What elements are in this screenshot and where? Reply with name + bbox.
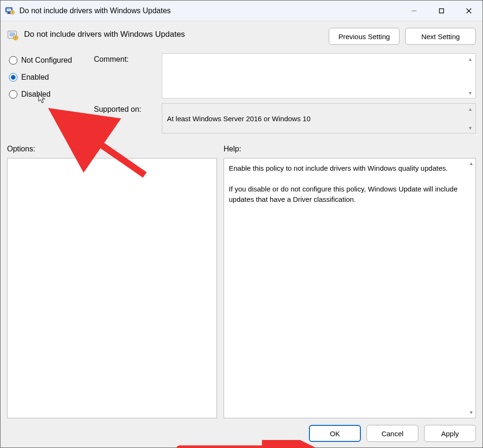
help-content: Enable this policy to not include driver… bbox=[224, 158, 475, 219]
policy-icon bbox=[5, 6, 15, 16]
radio-indicator bbox=[9, 73, 17, 82]
cancel-button[interactable]: Cancel bbox=[366, 425, 418, 442]
svg-point-16 bbox=[176, 446, 183, 448]
radio-disabled[interactable]: Disabled bbox=[9, 90, 92, 99]
help-scrollbar[interactable]: ▲ ▼ bbox=[467, 158, 475, 418]
policy-header-row: Do not include drivers with Windows Upda… bbox=[7, 28, 476, 45]
setting-nav: Previous Setting Next Setting bbox=[329, 28, 476, 45]
titlebar: Do not include drivers with Windows Upda… bbox=[0, 0, 483, 21]
scroll-up-icon[interactable]: ▲ bbox=[468, 160, 475, 167]
options-help-labels: Options: Help: bbox=[7, 145, 476, 153]
previous-setting-button[interactable]: Previous Setting bbox=[329, 28, 400, 45]
scroll-down-icon: ▼ bbox=[467, 124, 474, 131]
options-pane bbox=[7, 158, 217, 418]
minimize-button[interactable] bbox=[400, 0, 428, 21]
help-pane: Enable this policy to not include driver… bbox=[224, 158, 476, 418]
group-policy-editor-window: Do not include drivers with Windows Upda… bbox=[0, 0, 483, 448]
close-button[interactable] bbox=[455, 0, 483, 21]
radio-enabled[interactable]: Enabled bbox=[9, 73, 92, 82]
config-grid: Not Configured Enabled Disabled Comment:… bbox=[7, 53, 476, 133]
svg-rect-1 bbox=[7, 8, 11, 11]
radio-indicator bbox=[9, 90, 17, 99]
radio-not-configured[interactable]: Not Configured bbox=[9, 56, 92, 65]
supported-on-textbox: At least Windows Server 2016 or Windows … bbox=[162, 103, 476, 133]
supported-on-value: At least Windows Server 2016 or Windows … bbox=[167, 115, 310, 123]
scroll-down-icon[interactable]: ▼ bbox=[467, 90, 474, 96]
help-label: Help: bbox=[224, 145, 476, 153]
options-label: Options: bbox=[7, 145, 217, 153]
comment-label: Comment: bbox=[94, 53, 160, 64]
radio-label: Disabled bbox=[21, 90, 50, 99]
next-setting-button[interactable]: Next Setting bbox=[405, 28, 476, 45]
svg-rect-3 bbox=[7, 13, 11, 14]
svg-rect-2 bbox=[8, 12, 10, 13]
radio-label: Not Configured bbox=[21, 56, 72, 65]
radio-indicator bbox=[9, 56, 17, 65]
svg-rect-6 bbox=[440, 8, 444, 13]
supported-on-label: Supported on: bbox=[94, 103, 160, 114]
ok-button[interactable]: OK bbox=[309, 425, 361, 442]
maximize-button[interactable] bbox=[428, 0, 455, 21]
scroll-up-icon: ▲ bbox=[467, 106, 474, 112]
window-controls bbox=[400, 0, 483, 21]
apply-button[interactable]: Apply bbox=[424, 425, 476, 442]
window-title: Do not include drivers with Windows Upda… bbox=[19, 7, 400, 15]
options-content bbox=[8, 158, 217, 168]
comment-textbox[interactable]: ▲ ▼ bbox=[162, 53, 476, 99]
policy-setting-icon bbox=[7, 30, 18, 41]
dialog-client-area: Do not include drivers with Windows Upda… bbox=[0, 21, 483, 448]
dialog-footer: OK Cancel Apply bbox=[7, 418, 476, 442]
help-paragraph: Enable this policy to not include driver… bbox=[229, 163, 463, 174]
radio-label: Enabled bbox=[21, 73, 49, 82]
options-help-panes: Enable this policy to not include driver… bbox=[7, 158, 476, 418]
state-radio-group: Not Configured Enabled Disabled bbox=[7, 53, 92, 99]
scroll-down-icon[interactable]: ▼ bbox=[468, 409, 475, 416]
policy-name: Do not include drivers with Windows Upda… bbox=[24, 28, 323, 39]
scroll-up-icon[interactable]: ▲ bbox=[467, 56, 474, 62]
help-paragraph: If you disable or do not configure this … bbox=[229, 184, 463, 205]
